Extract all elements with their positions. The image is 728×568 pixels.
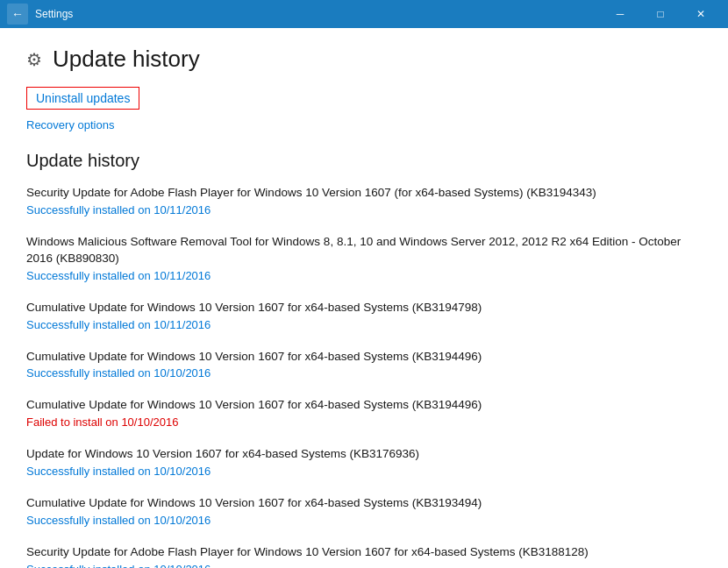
update-status[interactable]: Successfully installed on 10/11/2016 <box>26 318 702 331</box>
update-status[interactable]: Successfully installed on 10/10/2016 <box>26 514 702 527</box>
title-bar-left: ← Settings <box>7 4 73 25</box>
recovery-options-link[interactable]: Recovery options <box>26 117 702 133</box>
back-icon: ← <box>11 7 24 21</box>
maximize-button[interactable]: □ <box>640 0 681 28</box>
minimize-button[interactable]: ─ <box>600 0 640 28</box>
update-name: Cumulative Update for Windows 10 Version… <box>26 300 702 316</box>
update-name: Cumulative Update for Windows 10 Version… <box>26 349 702 366</box>
update-status[interactable]: Successfully installed on 10/11/2016 <box>26 203 702 217</box>
update-item: Update for Windows 10 Version 1607 for x… <box>26 446 702 481</box>
update-item: Windows Malicious Software Removal Tool … <box>26 234 702 286</box>
update-name: Cumulative Update for Windows 10 Version… <box>26 495 702 512</box>
updates-list: Security Update for Adobe Flash Player f… <box>26 185 702 568</box>
back-button[interactable]: ← <box>7 4 28 25</box>
close-button[interactable]: ✕ <box>681 0 721 28</box>
update-name: Update for Windows 10 Version 1607 for x… <box>26 446 702 463</box>
update-status[interactable]: Successfully installed on 10/10/2016 <box>26 366 702 380</box>
update-item: Cumulative Update for Windows 10 Version… <box>26 300 702 335</box>
content-area: ⚙ Update history Uninstall updates Recov… <box>0 28 728 568</box>
page-title: Update history <box>53 46 200 73</box>
uninstall-updates-button[interactable]: Uninstall updates <box>26 87 139 110</box>
update-status[interactable]: Failed to install on 10/10/2016 <box>26 415 702 429</box>
title-bar-title: Settings <box>35 8 73 20</box>
main-panel: ⚙ Update history Uninstall updates Recov… <box>0 28 728 568</box>
update-status[interactable]: Successfully installed on 10/11/2016 <box>26 269 702 282</box>
update-item: Security Update for Adobe Flash Player f… <box>26 544 702 568</box>
update-item: Cumulative Update for Windows 10 Version… <box>26 397 702 432</box>
update-name: Cumulative Update for Windows 10 Version… <box>26 397 702 414</box>
update-item: Cumulative Update for Windows 10 Version… <box>26 495 702 530</box>
update-name: Security Update for Adobe Flash Player f… <box>26 544 702 561</box>
update-status[interactable]: Successfully installed on 10/10/2016 <box>26 563 702 568</box>
links-section: Uninstall updates Recovery options <box>26 87 702 133</box>
update-item: Security Update for Adobe Flash Player f… <box>26 185 702 220</box>
gear-icon: ⚙ <box>26 49 42 70</box>
title-bar: ← Settings ─ □ ✕ <box>0 0 728 28</box>
title-bar-controls: ─ □ ✕ <box>600 0 721 28</box>
section-title: Update history <box>26 151 702 171</box>
update-item: Cumulative Update for Windows 10 Version… <box>26 349 702 384</box>
page-header: ⚙ Update history <box>26 46 702 73</box>
update-name: Security Update for Adobe Flash Player f… <box>26 185 702 202</box>
update-name: Windows Malicious Software Removal Tool … <box>26 234 702 267</box>
update-status[interactable]: Successfully installed on 10/10/2016 <box>26 465 702 478</box>
